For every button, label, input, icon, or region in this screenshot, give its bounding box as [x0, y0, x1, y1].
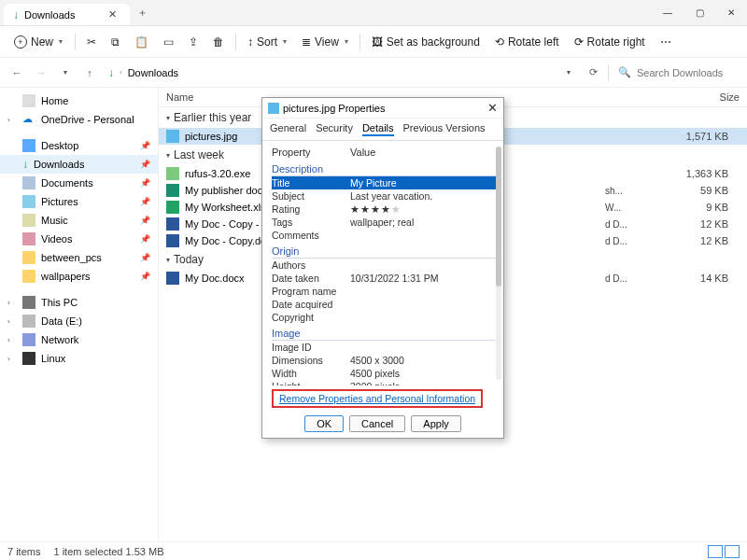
sidebar-item-network[interactable]: ›Network: [0, 330, 158, 349]
prop-row-width[interactable]: Width4500 pixels: [272, 367, 498, 380]
remove-properties-link[interactable]: Remove Properties and Personal Informati…: [272, 389, 483, 408]
forward-button[interactable]: →: [32, 63, 50, 82]
address-bar: ← → ▾ ↑ ↓ › Downloads ▾ ⟳ 🔍: [0, 58, 747, 88]
dialog-close-button[interactable]: ✕: [487, 101, 498, 115]
scrollbar-thumb[interactable]: [496, 147, 501, 287]
sidebar-item-downloads[interactable]: ↓Downloads📌: [0, 155, 158, 174]
cancel-button[interactable]: Cancel: [349, 415, 405, 432]
section-origin: Origin: [272, 244, 498, 259]
prop-row-height[interactable]: Height3000 pixels: [272, 380, 498, 385]
rotate-left-icon: ⟲: [495, 35, 504, 49]
excel-file-icon: [166, 201, 179, 214]
tab-close-icon[interactable]: ✕: [108, 8, 117, 21]
rotate-right-button[interactable]: ⟳Rotate right: [569, 32, 651, 52]
share-button[interactable]: ⇪: [183, 32, 204, 52]
more-button[interactable]: ⋯: [655, 32, 677, 52]
tab-general[interactable]: General: [270, 122, 306, 136]
tab-previous-versions[interactable]: Previous Versions: [403, 122, 486, 136]
chevron-right-icon[interactable]: ›: [7, 299, 17, 307]
sidebar-item-music[interactable]: Music📌: [0, 211, 158, 230]
back-button[interactable]: ←: [7, 63, 26, 82]
view-button[interactable]: ≣View▾: [296, 32, 354, 52]
new-tab-button[interactable]: ＋: [130, 0, 154, 25]
thumbnails-view-button[interactable]: [725, 545, 740, 558]
details-view-button[interactable]: [708, 545, 723, 558]
dialog-scrollbar[interactable]: [496, 147, 501, 380]
breadcrumb-segment[interactable]: Downloads: [128, 67, 178, 78]
new-button[interactable]: + New ▾: [7, 31, 69, 53]
delete-button[interactable]: 🗑: [207, 32, 230, 52]
tab-security[interactable]: Security: [316, 122, 353, 136]
prop-row-subject[interactable]: SubjectLast year vacation.: [272, 189, 498, 203]
recent-locations-button[interactable]: ▾: [56, 63, 75, 82]
sidebar-item-linux[interactable]: ›Linux: [0, 349, 158, 368]
sidebar-item-data-e[interactable]: ›Data (E:): [0, 312, 158, 330]
cut-button[interactable]: ✂: [81, 32, 102, 52]
sidebar-item-documents[interactable]: Documents📌: [0, 174, 158, 192]
chevron-right-icon[interactable]: ›: [7, 355, 17, 363]
rotate-left-button[interactable]: ⟲Rotate left: [489, 32, 565, 52]
prop-row-title[interactable]: TitleMy Picture: [272, 176, 498, 189]
rename-button[interactable]: ▭: [158, 32, 179, 52]
sidebar-item-this-pc[interactable]: ›This PC: [0, 293, 158, 312]
prop-row-program[interactable]: Program name: [272, 285, 498, 298]
copy-button[interactable]: ⧉: [106, 32, 125, 52]
prop-row-dimensions[interactable]: Dimensions4500 x 3000: [272, 354, 498, 367]
up-button[interactable]: ↑: [80, 63, 99, 82]
pin-icon: 📌: [140, 272, 150, 281]
word-file-icon: [166, 272, 179, 285]
address-dropdown-button[interactable]: ▾: [559, 63, 578, 82]
plus-circle-icon: +: [14, 35, 27, 49]
dialog-titlebar[interactable]: pictures.jpg Properties ✕: [262, 98, 503, 119]
sidebar-item-videos[interactable]: Videos📌: [0, 230, 158, 248]
prop-row-comments[interactable]: Comments: [272, 229, 498, 242]
sidebar-item-wallpapers[interactable]: wallpapers📌: [0, 267, 158, 286]
sidebar-item-between-pcs[interactable]: between_pcs📌: [0, 248, 158, 267]
pin-icon: 📌: [140, 197, 150, 206]
prop-row-date-taken[interactable]: Date taken10/31/2022 1:31 PM: [272, 272, 498, 285]
column-header-size[interactable]: Size: [691, 88, 747, 106]
refresh-button[interactable]: ⟳: [584, 66, 602, 78]
publisher-file-icon: [166, 184, 179, 197]
sidebar-item-pictures[interactable]: Pictures📌: [0, 192, 158, 211]
prop-row-authors[interactable]: Authors: [272, 259, 498, 272]
desktop-icon: [22, 139, 35, 152]
chevron-right-icon[interactable]: ›: [7, 336, 17, 344]
minimize-button[interactable]: —: [652, 0, 684, 25]
image-file-icon: [268, 103, 279, 114]
ok-button[interactable]: OK: [304, 415, 344, 432]
status-selection: 1 item selected 1.53 MB: [53, 546, 163, 557]
set-background-button[interactable]: 🖼Set as background: [366, 32, 486, 52]
drive-icon: [22, 315, 35, 328]
chevron-right-icon[interactable]: ›: [7, 116, 17, 124]
download-icon: ↓: [108, 66, 114, 79]
chevron-right-icon: ›: [120, 68, 122, 77]
prop-row-date-acquired[interactable]: Date acquired: [272, 298, 498, 311]
title-bar: ↓ Downloads ✕ ＋ — ▢ ✕: [0, 0, 747, 26]
picture-icon: 🖼: [372, 35, 383, 49]
search-box[interactable]: 🔍: [614, 66, 740, 78]
pin-icon: 📌: [140, 253, 150, 262]
chevron-down-icon: ▾: [283, 37, 287, 46]
sidebar-item-onedrive[interactable]: ›☁OneDrive - Personal: [0, 110, 158, 129]
star-rating: ★★★★★: [350, 203, 498, 215]
sidebar-item-desktop[interactable]: Desktop📌: [0, 136, 158, 155]
clipboard-icon: 📋: [134, 35, 148, 49]
paste-button[interactable]: 📋: [129, 32, 154, 52]
sort-button[interactable]: ↕Sort▾: [242, 32, 292, 52]
close-button[interactable]: ✕: [715, 0, 747, 25]
window-tab[interactable]: ↓ Downloads ✕: [4, 4, 130, 25]
prop-row-image-id[interactable]: Image ID: [272, 341, 498, 354]
search-input[interactable]: [637, 67, 730, 78]
breadcrumb[interactable]: ↓ › Downloads: [105, 66, 554, 79]
prop-row-tags[interactable]: Tagswallpaper; real: [272, 216, 498, 229]
download-icon: ↓: [13, 8, 19, 21]
prop-row-rating[interactable]: Rating★★★★★: [272, 203, 498, 216]
apply-button[interactable]: Apply: [411, 415, 461, 432]
sidebar-item-home[interactable]: Home: [0, 91, 158, 110]
chevron-right-icon[interactable]: ›: [7, 317, 17, 326]
maximize-button[interactable]: ▢: [684, 0, 715, 25]
section-image: Image: [272, 326, 498, 341]
tab-details[interactable]: Details: [362, 122, 394, 136]
prop-row-copyright[interactable]: Copyright: [272, 311, 498, 324]
